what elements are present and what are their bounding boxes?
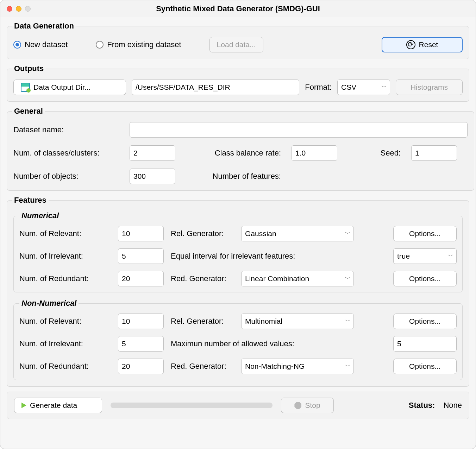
rel-gen-label: Rel. Generator:	[171, 229, 234, 238]
nn-rel-gen-label: Rel. Generator:	[171, 317, 234, 326]
play-icon	[21, 403, 26, 408]
red-gen-options-button[interactable]: Options...	[393, 271, 457, 286]
num-objects-label: Number of objects:	[13, 172, 119, 181]
nn-max-allowed-field[interactable]	[393, 336, 457, 352]
chevron-down-icon: ﹀	[381, 84, 387, 91]
num-redundant-field[interactable]	[118, 271, 164, 286]
nn-red-gen-select[interactable]: Non-Matching-NG ﹀	[241, 359, 354, 374]
output-dir-button[interactable]: Data Output Dir...	[13, 80, 126, 95]
dataset-name-label: Dataset name:	[13, 125, 119, 134]
non-numerical-legend: Non-Numerical	[19, 299, 79, 308]
num-features-label: Number of features:	[196, 172, 281, 181]
features-group: Features Numerical Num. of Relevant: Rel…	[7, 196, 469, 387]
nn-num-irrelevant-field[interactable]	[118, 336, 164, 352]
num-relevant-field[interactable]	[118, 226, 164, 241]
app-window: Synthetic Mixed Data Generator (SMDG)-GU…	[0, 0, 476, 449]
load-data-button: Load data...	[209, 37, 263, 52]
nn-num-relevant-field[interactable]	[118, 314, 164, 329]
equal-interval-label: Equal interval for irrelevant features:	[171, 252, 354, 261]
numerical-subgroup: Numerical Num. of Relevant: Rel. Generat…	[13, 211, 463, 292]
nn-rel-gen-options-button[interactable]: Options...	[393, 314, 457, 329]
generate-data-button[interactable]: Generate data	[14, 398, 102, 413]
from-existing-radio[interactable]: From existing dataset	[96, 40, 181, 49]
format-select[interactable]: CSV ﹀	[337, 80, 390, 95]
num-relevant-label: Num. of Relevant:	[19, 229, 111, 238]
numerical-legend: Numerical	[19, 211, 61, 220]
reset-button[interactable]: Reset	[382, 37, 463, 52]
num-redundant-label: Num. of Redundant:	[19, 274, 111, 283]
outputs-group: Outputs Data Output Dir... Format: CSV ﹀…	[7, 64, 469, 102]
from-existing-label: From existing dataset	[107, 40, 181, 49]
progress-bar	[111, 403, 273, 408]
output-dir-field[interactable]	[132, 80, 299, 95]
window-title: Synthetic Mixed Data Generator (SMDG)-GU…	[0, 4, 476, 13]
num-irrelevant-label: Num. of Irrelevant:	[19, 252, 111, 261]
equal-interval-select[interactable]: true ﹀	[393, 248, 457, 264]
nn-num-redundant-label: Num. of Redundant:	[19, 362, 111, 371]
chevron-down-icon: ﹀	[345, 318, 351, 325]
chevron-down-icon: ﹀	[448, 253, 453, 260]
radio-icon	[13, 41, 21, 49]
stop-icon	[294, 402, 301, 409]
status-value: None	[443, 401, 462, 410]
general-group: General Dataset name: Num. of classes/cl…	[7, 107, 474, 191]
chevron-down-icon: ﹀	[345, 230, 351, 238]
new-dataset-label: New dataset	[25, 40, 68, 49]
histograms-button: Histograms	[396, 80, 463, 95]
data-generation-group: Data Generation New dataset From existin…	[7, 21, 469, 59]
status-label: Status:	[409, 401, 435, 410]
nn-num-redundant-field[interactable]	[118, 359, 164, 374]
num-classes-label: Num. of classes/clusters:	[13, 148, 119, 158]
class-balance-field[interactable]	[292, 145, 337, 161]
non-numerical-subgroup: Non-Numerical Num. of Relevant: Rel. Gen…	[13, 299, 463, 380]
nn-num-irrelevant-label: Num. of Irrelevant:	[19, 339, 111, 348]
reset-icon	[406, 40, 415, 49]
general-legend: General	[12, 107, 45, 116]
format-label: Format:	[305, 83, 332, 92]
num-irrelevant-field[interactable]	[118, 248, 164, 264]
num-classes-field[interactable]	[130, 145, 175, 161]
rel-gen-select[interactable]: Gaussian ﹀	[241, 226, 354, 241]
nn-rel-gen-select[interactable]: Multinomial ﹀	[241, 314, 354, 329]
seed-label: Seed:	[358, 148, 401, 158]
save-icon	[21, 83, 30, 92]
chevron-down-icon: ﹀	[345, 275, 351, 283]
num-objects-field[interactable]	[130, 169, 175, 184]
outputs-legend: Outputs	[12, 64, 46, 73]
stop-button: Stop	[281, 398, 334, 413]
chevron-down-icon: ﹀	[345, 363, 351, 370]
seed-field[interactable]	[411, 145, 457, 161]
footer-bar: Generate data Stop Status: None	[7, 392, 469, 419]
nn-num-relevant-label: Num. of Relevant:	[19, 317, 111, 326]
radio-icon	[96, 41, 104, 49]
new-dataset-radio[interactable]: New dataset	[13, 40, 68, 49]
class-balance-label: Class balance rate:	[196, 148, 281, 158]
rel-gen-options-button[interactable]: Options...	[393, 226, 457, 241]
dataset-name-field[interactable]	[130, 122, 468, 138]
features-legend: Features	[12, 196, 49, 205]
red-gen-select[interactable]: Linear Combination ﹀	[241, 271, 354, 286]
nn-max-allowed-label: Maximun number of allowed values:	[171, 339, 354, 348]
red-gen-label: Red. Generator:	[171, 274, 234, 283]
nn-red-gen-options-button[interactable]: Options...	[393, 359, 457, 374]
titlebar: Synthetic Mixed Data Generator (SMDG)-GU…	[0, 0, 476, 17]
data-generation-legend: Data Generation	[12, 21, 76, 31]
nn-red-gen-label: Red. Generator:	[171, 362, 234, 371]
